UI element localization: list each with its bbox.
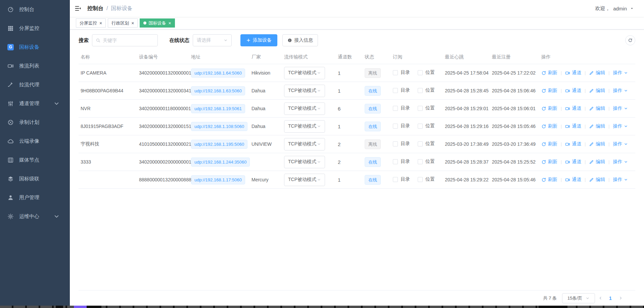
sidebar-item-label: 云端录像 — [19, 138, 39, 144]
transport-mode-select[interactable]: TCP被动模式 — [284, 138, 325, 150]
row-more-actions-button[interactable]: 操作 — [613, 177, 628, 183]
refresh-table-button[interactable] — [625, 35, 635, 45]
sidebar-item-dashboard[interactable]: 控制台 — [0, 0, 70, 19]
row-refresh-button[interactable]: 刷新 — [541, 70, 557, 76]
online-status-select[interactable]: 请选择 — [193, 34, 232, 46]
address-pill[interactable]: udp://192.168.1.195:5060 — [191, 140, 247, 149]
prev-page-button[interactable] — [595, 293, 606, 303]
sidebar-item-label: 用户管理 — [19, 194, 39, 201]
transport-mode-select[interactable]: TCP被动模式 — [284, 156, 325, 168]
row-channels-button[interactable]: 通道 — [565, 105, 581, 112]
subscribe-position-checkbox[interactable]: 位置 — [418, 141, 435, 147]
row-refresh-button[interactable]: 刷新 — [541, 159, 557, 165]
subscribe-position-checkbox[interactable]: 位置 — [418, 70, 435, 76]
tab-1[interactable]: 分屏监控× — [76, 18, 106, 28]
row-channels-button[interactable]: 通道 — [565, 88, 581, 94]
row-edit-button[interactable]: 编辑 — [589, 159, 605, 165]
row-channels-button[interactable]: 通道 — [565, 159, 581, 165]
sidebar-item-stream-list[interactable]: 推流列表 — [0, 56, 70, 75]
sidebar-item-ops-center[interactable]: 运维中心 — [0, 207, 70, 226]
row-edit-button[interactable]: 编辑 — [589, 123, 605, 129]
action-separator: | — [608, 124, 609, 129]
tab-2[interactable]: 行政区划× — [108, 18, 138, 28]
address-pill[interactable]: udp://192.168.1.19:5061 — [191, 104, 245, 113]
access-info-button[interactable]: 接入信息 — [282, 34, 318, 46]
sidebar-item-gb-device[interactable]: G国标设备 — [0, 38, 70, 56]
subscribe-catalog-checkbox[interactable]: 目录 — [393, 176, 410, 182]
subscribe-position-checkbox[interactable]: 位置 — [418, 159, 435, 165]
transport-mode-select[interactable]: TCP被动模式 — [284, 67, 325, 79]
cell-transport-mode: TCP被动模式 — [284, 85, 338, 97]
user-menu[interactable]: 欢迎， admin — [595, 5, 634, 12]
row-channels-button[interactable]: 通道 — [565, 177, 581, 183]
sidebar-item-pull-proxy[interactable]: 拉流代理 — [0, 75, 70, 94]
action-label: 编辑 — [596, 141, 605, 147]
search-input[interactable] — [103, 38, 154, 43]
action-separator: | — [561, 88, 562, 93]
row-edit-button[interactable]: 编辑 — [589, 177, 605, 183]
row-edit-button[interactable]: 编辑 — [589, 141, 605, 147]
online-status-placeholder: 请选择 — [197, 37, 211, 43]
address-pill[interactable]: udp://192.168.1.108:5060 — [191, 122, 247, 131]
sidebar-item-cloud-record[interactable]: 云端录像 — [0, 132, 70, 150]
row-refresh-button[interactable]: 刷新 — [541, 141, 557, 147]
transport-mode-value: TCP被动模式 — [288, 141, 316, 147]
subscribe-position-checkbox[interactable]: 位置 — [418, 176, 435, 182]
subscribe-catalog-checkbox[interactable]: 目录 — [393, 87, 410, 93]
sidebar-item-user-mgmt[interactable]: 用户管理 — [0, 188, 70, 207]
subscribe-catalog-checkbox[interactable]: 目录 — [393, 141, 410, 147]
subscribe-position-checkbox[interactable]: 位置 — [418, 87, 435, 93]
row-channels-button[interactable]: 通道 — [565, 141, 581, 147]
subscribe-catalog-checkbox[interactable]: 目录 — [393, 159, 410, 165]
sidebar-item-record-plan[interactable]: 录制计划 — [0, 113, 70, 132]
subscribe-catalog-checkbox[interactable]: 目录 — [393, 123, 410, 129]
hamburger-icon[interactable] — [75, 5, 81, 12]
sidebar-item-grid[interactable]: 分屏监控 — [0, 19, 70, 38]
os-taskbar[interactable] — [0, 306, 644, 308]
row-channels-button[interactable]: 通道 — [565, 123, 581, 129]
sidebar-item-media-node[interactable]: 媒体节点 — [0, 150, 70, 169]
row-more-actions-button[interactable]: 操作 — [613, 88, 628, 94]
sidebar-item-gb-cascade[interactable]: 国标级联 — [0, 169, 70, 188]
row-refresh-button[interactable]: 刷新 — [541, 105, 557, 112]
transport-mode-select[interactable]: TCP被动模式 — [284, 120, 325, 133]
subscribe-position-checkbox[interactable]: 位置 — [418, 123, 435, 129]
camera-icon — [565, 160, 570, 165]
add-device-button[interactable]: 添加设备 — [240, 34, 277, 46]
row-refresh-button[interactable]: 刷新 — [541, 123, 557, 129]
row-edit-button[interactable]: 编辑 — [589, 70, 605, 76]
breadcrumb-parent[interactable]: 控制台 — [87, 5, 103, 12]
row-more-actions-button[interactable]: 操作 — [613, 141, 628, 147]
row-more-actions-button[interactable]: 操作 — [613, 105, 628, 112]
subscribe-catalog-checkbox[interactable]: 目录 — [393, 70, 410, 76]
row-edit-button[interactable]: 编辑 — [589, 88, 605, 94]
checkbox-icon — [393, 70, 398, 75]
tab-3[interactable]: 国标设备× — [140, 18, 175, 28]
address-pill[interactable]: udp://192.168.1.244:35060 — [191, 158, 250, 167]
row-more-actions-button[interactable]: 操作 — [613, 159, 628, 165]
transport-mode-select[interactable]: TCP被动模式 — [284, 85, 325, 97]
subscribe-catalog-checkbox[interactable]: 目录 — [393, 105, 410, 111]
transport-mode-select[interactable]: TCP被动模式 — [284, 174, 325, 186]
page-number[interactable]: 1 — [606, 296, 615, 301]
address-pill[interactable]: udp://192.168.1.17:5060 — [191, 175, 245, 184]
row-channels-button[interactable]: 通道 — [565, 70, 581, 76]
close-icon[interactable]: × — [131, 21, 134, 26]
row-edit-button[interactable]: 编辑 — [589, 105, 605, 112]
row-refresh-button[interactable]: 刷新 — [541, 88, 557, 94]
next-page-button[interactable] — [615, 293, 626, 303]
row-more-actions-button[interactable]: 操作 — [613, 123, 628, 129]
sidebar-item-channel-mgmt[interactable]: 通道管理 — [0, 94, 70, 113]
checkbox-label: 目录 — [401, 176, 410, 182]
page-size-select[interactable]: 15条/页 — [562, 293, 595, 303]
row-more-actions-button[interactable]: 操作 — [613, 70, 628, 76]
edit-icon — [589, 160, 594, 165]
close-icon[interactable]: × — [99, 21, 102, 26]
transport-mode-select[interactable]: TCP被动模式 — [284, 102, 325, 115]
toolbar: 搜索 在线状态 请选择 添加设备 接入信息 — [79, 34, 635, 46]
row-refresh-button[interactable]: 刷新 — [541, 177, 557, 183]
address-pill[interactable]: udp://192.168.1.63:5060 — [191, 86, 245, 95]
address-pill[interactable]: udp://192.168.1.64:5060 — [191, 69, 245, 78]
subscribe-position-checkbox[interactable]: 位置 — [418, 105, 435, 111]
close-icon[interactable]: × — [168, 21, 171, 26]
